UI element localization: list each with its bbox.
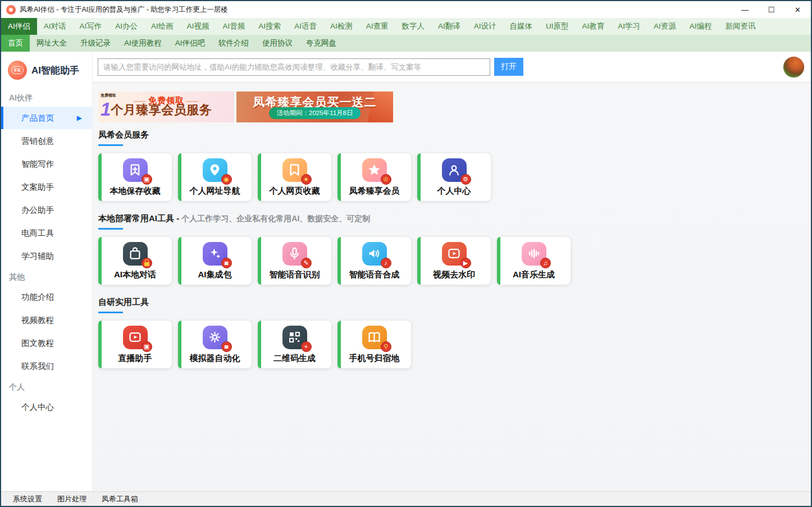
tool-sections: 凤希会员服务▣本地保存收藏◉个人网址导航★个人网页收藏♔凤希臻享会员⚙个人中心本… <box>98 130 811 368</box>
sidebar-item[interactable]: 电商工具 <box>1 222 92 244</box>
card-label: 直播助手 <box>118 353 152 364</box>
tool-card[interactable]: ▣本地保存收藏 <box>98 153 172 201</box>
secondary-tab[interactable]: 使用协议 <box>256 35 299 52</box>
secondary-tab[interactable]: 首页 <box>1 35 30 52</box>
secondary-tab[interactable]: AI使用教程 <box>117 35 168 52</box>
primary-tab[interactable]: AI绘画 <box>144 18 180 35</box>
open-button[interactable]: 打开 <box>494 58 523 76</box>
primary-tab[interactable]: AI翻译 <box>431 18 467 35</box>
sidebar-item[interactable]: 营销创意 <box>1 130 92 152</box>
sidebar-item[interactable]: 办公助手 <box>1 199 92 221</box>
primary-tab[interactable]: AI搜索 <box>252 18 288 35</box>
vip-banner-date-pill: 活动期间：2025年11月8日 <box>269 107 361 119</box>
tool-card[interactable]: ▶视频去水印 <box>417 237 491 285</box>
card-label: 凤希臻享会员 <box>349 186 400 197</box>
secondary-tab[interactable]: 网址大全 <box>30 35 74 52</box>
tool-card[interactable]: ⚙个人中心 <box>417 153 491 201</box>
app-name: AI智能助手 <box>31 64 79 77</box>
primary-tab[interactable]: AI编程 <box>683 18 719 35</box>
star-icon: ♔ <box>362 158 387 182</box>
plus-badge-icon: + <box>301 341 312 352</box>
primary-tab[interactable]: UI原型 <box>539 18 576 35</box>
primary-tab[interactable]: 数字人 <box>395 18 431 35</box>
title-bar: 凤希AI伴侣 - 专注于AI应用的普及与推广 - 助您学习工作更上一层楼 — ☐… <box>1 1 811 18</box>
sidebar-item[interactable]: 文案助手 <box>1 176 92 198</box>
secondary-tab[interactable]: AI伴侣吧 <box>168 35 212 52</box>
primary-tab[interactable]: AI教育 <box>575 18 611 35</box>
tool-card[interactable]: ⚲手机号归宿地 <box>337 321 411 368</box>
close-button[interactable]: ✕ <box>784 1 811 18</box>
tool-card[interactable]: ★个人网页收藏 <box>258 153 331 201</box>
primary-tab[interactable]: AI视频 <box>180 18 216 35</box>
app-logo-icon <box>6 5 16 15</box>
section-title-text: 自研实用工具 <box>98 297 149 307</box>
sidebar-item[interactable]: 个人中心 <box>1 396 92 418</box>
book-icon: ⚲ <box>362 326 387 349</box>
sidebar-group-label: 个人 <box>1 378 92 396</box>
disk-badge-icon: ▣ <box>142 174 152 185</box>
primary-tab[interactable]: 新闻资讯 <box>719 18 763 35</box>
tool-card[interactable]: ✎智能语音识别 <box>258 237 331 285</box>
video-icon: ▶ <box>442 242 467 266</box>
tool-card[interactable]: ◙AI集成包 <box>178 237 252 285</box>
tool-card[interactable]: AI本地对话 <box>98 237 172 285</box>
primary-tab[interactable]: AI语音 <box>288 18 323 35</box>
sidebar-item[interactable]: 联系我们 <box>1 355 92 377</box>
url-input[interactable] <box>98 58 490 76</box>
app-window: 凤希AI伴侣 - 专注于AI应用的普及与推广 - 助您学习工作更上一层楼 — ☐… <box>0 0 812 507</box>
maximize-button[interactable]: ☐ <box>758 1 784 18</box>
bookmark-plus-icon: ▣ <box>123 158 148 182</box>
doc-badge-icon: ✎ <box>301 258 312 268</box>
user-avatar[interactable] <box>783 57 804 77</box>
primary-tab[interactable]: AI伴侣 <box>1 18 37 35</box>
statusbar-item[interactable]: 图片处理 <box>57 494 86 504</box>
person-icon: ⚙ <box>442 158 467 182</box>
tool-card[interactable]: ♪智能语音合成 <box>337 237 411 285</box>
sidebar-item[interactable]: 智能写作 <box>1 153 92 175</box>
banner-subline: 1个月臻享会员服务 <box>101 99 212 120</box>
sidebar-item[interactable]: 功能介绍 <box>1 286 92 308</box>
tool-card[interactable]: ♫AI音乐生成 <box>497 237 571 285</box>
sidebar: FX AI智能助手 AI伙伴产品首页▶营销创意智能写作文案助手办公助手电商工具学… <box>1 52 93 491</box>
tool-card[interactable]: ◉个人网址导航 <box>178 153 252 201</box>
vip-banner[interactable]: 凤希臻享会员买一送二 活动期间：2025年11月8日 <box>236 92 393 122</box>
card-label: 视频去水印 <box>433 270 475 280</box>
tool-card[interactable]: ▣直播助手 <box>98 321 172 368</box>
clapper-badge-icon: ▶ <box>460 258 471 268</box>
primary-tab[interactable]: AI检测 <box>323 18 359 35</box>
primary-tab[interactable]: AI学习 <box>611 18 647 35</box>
card-label: AI本地对话 <box>114 270 156 280</box>
video-icon: ▣ <box>123 326 148 349</box>
tool-card[interactable]: ♔凤希臻享会员 <box>337 153 411 201</box>
gear-icon: ◙ <box>203 326 227 349</box>
primary-tab[interactable]: AI办公 <box>108 18 144 35</box>
sidebar-item[interactable]: 产品首页▶ <box>1 107 92 129</box>
primary-tab[interactable]: AI资源 <box>647 18 683 35</box>
free-month-banner[interactable]: 免费领取 免费领取 1个月臻享会员服务 <box>98 92 234 122</box>
secondary-tab[interactable]: 升级记录 <box>74 35 117 52</box>
primary-tab[interactable]: AI音频 <box>216 18 252 35</box>
section-underline <box>98 228 123 230</box>
banner-subline-text: 个月臻享会员服务 <box>111 103 212 117</box>
card-label: 本地保存收藏 <box>110 186 161 197</box>
primary-tab[interactable]: AI查重 <box>359 18 395 35</box>
lock-badge-icon <box>142 258 152 268</box>
pin-icon: ◉ <box>203 158 227 182</box>
statusbar-item[interactable]: 系统设置 <box>13 494 42 504</box>
secondary-tab[interactable]: 夸克网盘 <box>299 35 343 52</box>
sidebar-item[interactable]: 视频教程 <box>1 309 92 331</box>
secondary-tab[interactable]: 软件介绍 <box>212 35 256 52</box>
card-label: 手机号归宿地 <box>349 353 400 364</box>
primary-tab[interactable]: AI写作 <box>73 18 109 35</box>
tool-section: 自研实用工具▣直播助手◙模拟器自动化+二维码生成⚲手机号归宿地 <box>98 297 811 368</box>
sidebar-item[interactable]: 学习辅助 <box>1 245 92 267</box>
primary-tab[interactable]: AI对话 <box>37 18 73 35</box>
primary-tab[interactable]: AI设计 <box>467 18 503 35</box>
section-title: 自研实用工具 <box>98 297 811 308</box>
statusbar-item[interactable]: 凤希工具箱 <box>102 494 138 504</box>
minimize-button[interactable]: — <box>732 1 758 18</box>
tool-card[interactable]: ◙模拟器自动化 <box>178 321 252 368</box>
sidebar-item[interactable]: 图文教程 <box>1 332 92 354</box>
primary-tab[interactable]: 自媒体 <box>503 18 539 35</box>
tool-card[interactable]: +二维码生成 <box>258 321 331 368</box>
